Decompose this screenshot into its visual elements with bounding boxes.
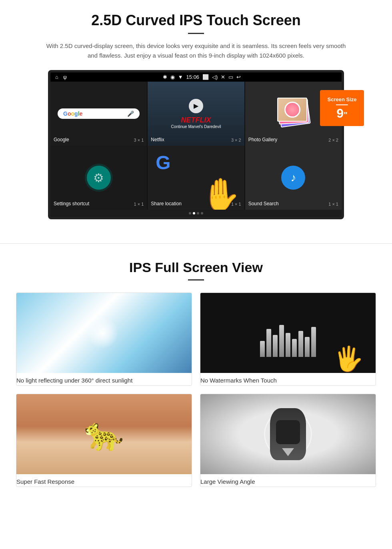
photo-card-3 [277,98,307,122]
car-top-view [270,408,306,460]
sunlight-image [16,293,192,373]
netflix-sub: Continue Marvel's Daredevil [171,124,221,129]
window-icon[interactable]: ▭ [228,74,233,80]
google-size: 3 × 1 [134,138,144,142]
feature-card-sunlight: No light reflecting under 360° direct su… [16,293,192,386]
amp-bar-2 [266,329,271,357]
car-roof [276,420,300,444]
status-bar: ⌂ ψ ✱ ◉ ▼ 15:06 ⬜ ◁) ✕ ▭ ↩ [50,72,342,82]
screen-size-badge: Screen Size 9" [320,90,364,126]
grid-cell-netflix[interactable]: ▶ NETFLIX Continue Marvel's Daredevil Ne… [148,82,244,146]
section-divider [0,243,392,244]
dot-1 [189,212,191,214]
camera-icon[interactable]: ⬜ [202,74,209,80]
google-search-bar[interactable]: Google 🎤 [58,108,140,119]
share-label: Share location [151,201,182,206]
car-caption: Large Viewing Angle [200,474,376,487]
close-icon[interactable]: ✕ [221,74,225,80]
grid-cell-settings[interactable]: ⚙ Settings shortcut 1 × 1 [50,146,147,210]
settings-size: 1 × 1 [134,202,144,206]
grid-cell-sound[interactable]: ♪ Sound Search 1 × 1 [245,146,342,210]
section-curved-screen: 2.5D Curved IPS Touch Screen With 2.5D c… [0,0,392,227]
back-icon[interactable]: ↩ [236,74,241,80]
wifi-icon: ▼ [178,74,183,80]
badge-underline [336,104,348,105]
section1-description: With 2.5D curved-display screen, this de… [44,41,348,60]
gallery-label: Photo Gallery [248,137,278,142]
netflix-size: 3 × 2 [231,138,241,142]
gear-bg [85,164,113,192]
google-g-icon: G [156,152,170,174]
main-title: 2.5D Curved IPS Touch Screen [16,12,376,29]
status-center: ✱ ◉ ▼ 15:06 ⬜ ◁) ✕ ▭ ↩ [163,74,241,80]
location-icon: ◉ [170,74,175,80]
amp-hand-icon: 🖐 [334,345,364,373]
sunlight-caption: No light reflecting under 360° direct su… [16,373,192,385]
status-left: ⌂ ψ [55,74,67,80]
amp-bar-5 [286,333,290,357]
time-display: 15:06 [186,74,200,80]
amp-bar-9 [311,327,316,357]
feature-card-cheetah: 🐆 Super Fast Response [16,394,192,487]
grid-cell-google[interactable]: Google 🎤 Google 3 × 1 [50,82,147,146]
pagination-dots [50,210,342,217]
title-underline [188,33,204,34]
badge-title: Screen Size [326,96,358,103]
amp-bar-3 [273,335,278,357]
dot-4 [201,212,203,214]
car-image [200,394,376,474]
amp-bar-6 [292,339,297,357]
share-size: 1 × 1 [231,202,241,206]
amp-bar-1 [260,341,265,357]
netflix-label: Netflix [151,137,164,142]
section2-title: IPS Full Screen View [16,260,376,275]
netflix-bg: ▶ NETFLIX Continue Marvel's Daredevil [148,82,244,146]
amp-bar-8 [305,337,310,357]
amp-bars [260,325,316,357]
photo-stack [275,98,311,130]
device-screen: ⌂ ψ ✱ ◉ ▼ 15:06 ⬜ ◁) ✕ ▭ ↩ [48,70,344,219]
cheetah-emoji: 🐆 [84,415,124,453]
sound-size: 1 × 1 [328,202,338,206]
netflix-play-button[interactable]: ▶ [189,99,203,113]
watermark-caption: No Watermarks When Touch [200,373,376,385]
netflix-logo: NETFLIX [181,116,211,124]
grid-cell-share[interactable]: G 🤚 Share location 1 × 1 [148,146,244,210]
dot-2-active [193,212,195,214]
car-direction-arrow [282,448,294,456]
flower [284,102,300,118]
cheetah-caption: Super Fast Response [16,474,192,487]
feature-card-watermark: 🖐 No Watermarks When Touch [200,293,376,386]
feature-card-car: Large Viewing Angle [200,394,376,487]
amp-bar-4 [279,325,284,357]
settings-label: Settings shortcut [54,201,89,206]
google-logo: Google [63,110,82,117]
device-wrapper: Screen Size 9" ⌂ ψ ✱ ◉ ▼ 15:06 ⬜ ◁) [48,70,344,219]
home-icon[interactable]: ⌂ [55,74,58,80]
sun-flare [86,317,118,349]
gallery-size: 2 × 2 [328,138,338,142]
badge-size: 9" [326,107,358,120]
google-label: Google [54,137,69,142]
bluetooth-icon: ✱ [163,74,167,80]
section-ips-view: IPS Full Screen View No light reflecting… [0,260,392,503]
amplifier-image: 🖐 [200,293,376,373]
dot-3 [197,212,199,214]
feature-grid: No light reflecting under 360° direct su… [16,293,376,487]
home-grid-bottom: ⚙ Settings shortcut 1 × 1 G 🤚 Share loca… [50,146,342,210]
usb-icon: ψ [63,74,67,80]
music-note-icon: ♪ [281,166,305,190]
volume-icon[interactable]: ◁) [212,74,218,80]
cheetah-image: 🐆 [16,394,192,474]
sound-label: Sound Search [248,201,279,206]
home-grid-top: Google 🎤 Google 3 × 1 ▶ NETFLIX Continue… [50,82,342,146]
section2-underline [188,279,204,281]
amp-bar-7 [298,331,303,357]
mic-icon[interactable]: 🎤 [127,110,134,117]
